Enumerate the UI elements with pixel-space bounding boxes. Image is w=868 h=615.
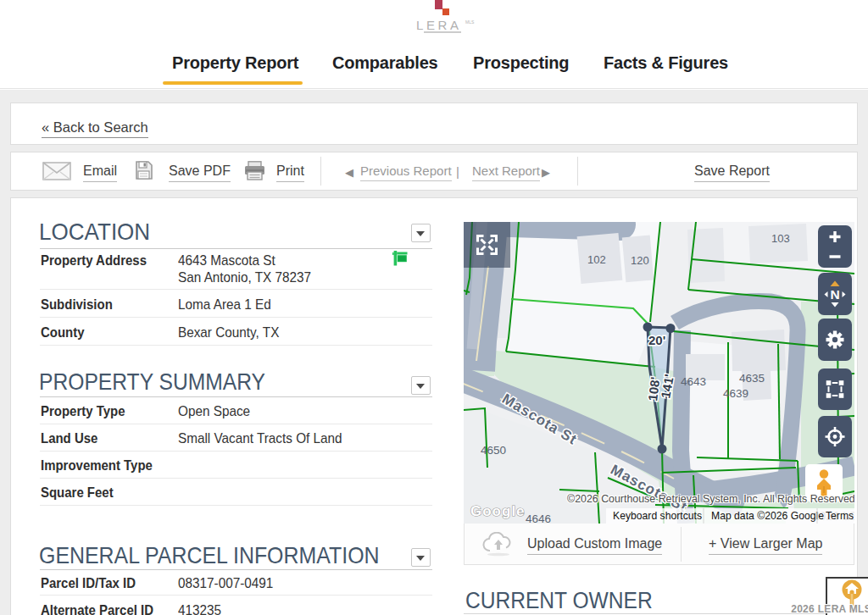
svg-text:N: N bbox=[830, 287, 839, 302]
svg-text:103: 103 bbox=[771, 232, 790, 245]
svg-text:102: 102 bbox=[587, 253, 606, 266]
svg-text:Map data ©2026 Google: Map data ©2026 Google bbox=[711, 510, 824, 522]
svg-text:4643: 4643 bbox=[681, 375, 706, 388]
svg-text:Keyboard shortcuts: Keyboard shortcuts bbox=[613, 510, 702, 522]
svg-text:Terms: Terms bbox=[826, 510, 854, 522]
svg-text:4635: 4635 bbox=[739, 372, 765, 385]
svg-text:4639: 4639 bbox=[723, 387, 748, 400]
svg-text:Google: Google bbox=[470, 503, 526, 519]
svg-text:4646: 4646 bbox=[526, 512, 551, 524]
svg-text:4650: 4650 bbox=[481, 444, 506, 457]
svg-text:20': 20' bbox=[648, 333, 665, 347]
svg-text:120: 120 bbox=[631, 254, 649, 267]
